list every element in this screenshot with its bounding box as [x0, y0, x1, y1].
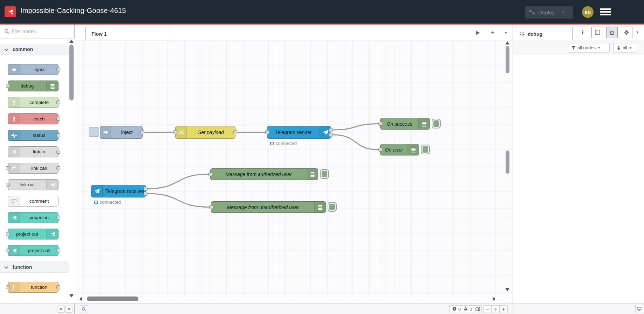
output-port[interactable]	[56, 285, 60, 289]
palette-node-project-out[interactable]: project out	[8, 229, 59, 239]
add-flow-button[interactable]: +	[488, 28, 497, 37]
zoom-out-button[interactable]: −	[484, 305, 492, 313]
output-port[interactable]	[56, 68, 60, 71]
output-port[interactable]	[56, 150, 60, 154]
palette-node-link-out[interactable]: link out	[8, 179, 59, 190]
palette-scrollbar-thumb[interactable]	[69, 44, 74, 100]
sidebar-help-button[interactable]	[591, 27, 603, 38]
output-port-1[interactable]	[144, 192, 148, 196]
flow-list-caret-icon[interactable]: ▾	[502, 28, 510, 37]
palette-node-project-in[interactable]: project in	[8, 212, 59, 223]
trash-icon	[616, 46, 621, 50]
wire-sender-to-error[interactable]	[333, 135, 378, 150]
palette-node-comment[interactable]: comment	[8, 196, 59, 207]
issue-counters[interactable]: 0 0	[449, 305, 477, 313]
output-port[interactable]	[56, 117, 60, 121]
palette-node-function[interactable]: ffunction	[8, 282, 59, 293]
palette-node-complete[interactable]: complete	[8, 97, 59, 108]
flow-node-error[interactable]: On error	[380, 144, 419, 155]
input-port[interactable]	[6, 285, 10, 289]
canvas-scroll-right-icon[interactable]	[493, 297, 496, 301]
tab-scroll-right-icon[interactable]: ▶	[474, 28, 482, 37]
input-port[interactable]	[6, 232, 10, 236]
main-menu-button[interactable]	[600, 8, 611, 15]
output-port[interactable]	[56, 216, 60, 219]
palette-section-function[interactable]: function	[0, 261, 69, 273]
output-port-0[interactable]	[141, 130, 144, 134]
palette-node-status[interactable]: status	[8, 130, 59, 141]
zoom-in-button[interactable]: +	[500, 305, 508, 313]
debug-enable-toggle[interactable]	[320, 169, 329, 179]
output-port-1[interactable]	[329, 133, 333, 137]
input-port[interactable]	[378, 148, 382, 152]
output-port[interactable]	[56, 249, 60, 252]
flow-node-sender[interactable]: Telegram sender	[267, 126, 331, 139]
palette-section-common[interactable]: common	[0, 44, 69, 55]
user-avatar[interactable]: su	[582, 6, 594, 18]
flow-node-auth[interactable]: Message from autherized user	[210, 168, 318, 180]
debug-enable-toggle[interactable]	[421, 145, 430, 154]
wire-receiver-to-auth[interactable]	[148, 174, 208, 189]
canvas-hscrollbar[interactable]	[75, 295, 512, 303]
palette-scroll-down-icon[interactable]	[69, 294, 74, 298]
input-port[interactable]	[6, 249, 10, 252]
flow-canvas[interactable]: injectSet payloadTelegram senderconnecte…	[75, 40, 512, 295]
flow-node-success[interactable]: On success	[380, 118, 430, 130]
sidebar-config-button[interactable]	[621, 27, 632, 38]
output-port-0[interactable]	[144, 187, 148, 191]
zoom-reset-button[interactable]: ○	[492, 305, 500, 313]
input-port[interactable]	[173, 130, 177, 134]
palette-scroll-up-icon[interactable]	[69, 40, 74, 43]
tab-flow-1[interactable]: Flow 1	[85, 27, 169, 40]
wire-sender-to-success[interactable]	[333, 124, 378, 130]
input-port[interactable]	[378, 122, 382, 126]
input-port[interactable]	[208, 172, 212, 176]
debug-clear-button[interactable]: all ▾	[613, 43, 637, 53]
deploy-button[interactable]: Deploy ▾	[525, 6, 573, 19]
flow-node-inject[interactable]: inject	[100, 126, 143, 139]
palette-node-link-call[interactable]: link call	[8, 163, 59, 174]
output-port-0[interactable]	[329, 128, 333, 132]
input-port[interactable]	[6, 166, 10, 170]
wire-receiver-to-unauth[interactable]	[148, 194, 209, 207]
debug-message-list[interactable]	[513, 55, 644, 303]
canvas-scroll-left-icon[interactable]	[79, 297, 82, 301]
sidebar-tabs-caret-icon[interactable]: ▾	[636, 30, 638, 35]
exclaim-icon	[8, 114, 20, 124]
output-port[interactable]	[56, 166, 60, 170]
flow-node-unauth[interactable]: Message from unautherized user	[211, 201, 326, 213]
nr-logo-icon	[46, 229, 58, 239]
palette-node-label: link call	[20, 163, 58, 173]
expand-all-button[interactable]	[65, 306, 73, 313]
output-port[interactable]	[56, 100, 60, 104]
flow-node-change[interactable]: Set payload	[175, 126, 235, 139]
input-port[interactable]	[6, 84, 10, 88]
sidebar-info-button[interactable]: i	[577, 27, 588, 38]
inject-trigger-button[interactable]	[89, 127, 99, 137]
collapse-all-button[interactable]	[57, 306, 65, 313]
palette-filter-input[interactable]	[12, 29, 68, 34]
palette-node-project-call[interactable]: project call	[8, 245, 59, 256]
sidebar-debug-button[interactable]	[606, 27, 618, 38]
output-port-0[interactable]	[233, 130, 237, 134]
flow-node-receiver[interactable]: Telegram receiver	[91, 185, 146, 197]
deploy-caret-icon[interactable]: ▾	[562, 10, 564, 15]
palette-scrollbar[interactable]	[69, 39, 75, 303]
palette-node-debug[interactable]: debug	[8, 81, 59, 91]
canvas-hscroll-thumb[interactable]	[87, 296, 138, 301]
debug-enable-toggle[interactable]	[432, 119, 441, 128]
debug-enable-toggle[interactable]	[328, 202, 337, 212]
debug-filter-button[interactable]: all nodes ▾	[568, 43, 610, 53]
open-debug-window-button[interactable]	[635, 305, 643, 313]
input-port[interactable]	[265, 130, 269, 134]
input-port[interactable]	[6, 183, 10, 187]
palette-node-link-in[interactable]: link in	[8, 146, 59, 157]
sidebar-tab-debug[interactable]: debug	[515, 27, 573, 40]
node-label: On success	[381, 118, 418, 129]
navigator-map-button[interactable]	[474, 305, 482, 313]
canvas-search-button[interactable]	[80, 305, 88, 313]
output-port[interactable]	[56, 133, 60, 137]
input-port[interactable]	[209, 205, 213, 209]
palette-node-catch[interactable]: catch	[8, 113, 59, 124]
palette-node-inject[interactable]: inject	[8, 64, 59, 75]
